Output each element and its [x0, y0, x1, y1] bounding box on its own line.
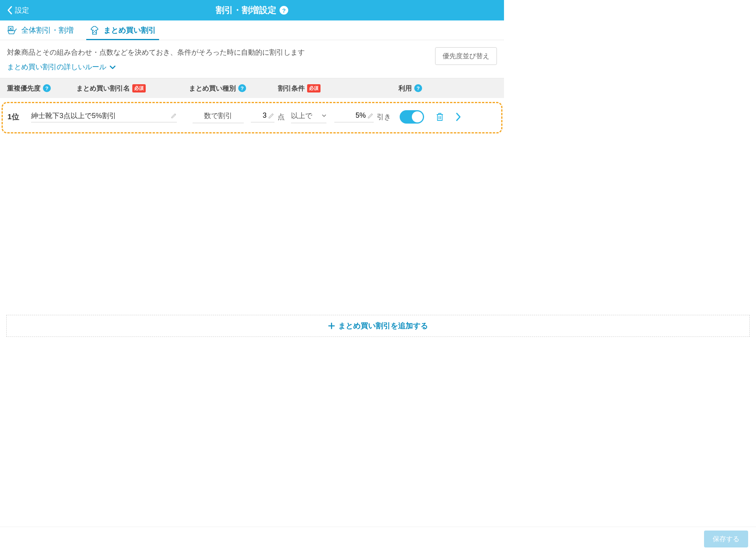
- pencil-icon: [367, 113, 374, 119]
- tab-bulk-discount[interactable]: まとめ買い割引: [89, 20, 156, 40]
- sort-priority-button[interactable]: 優先度並び替え: [435, 47, 497, 65]
- percent-input[interactable]: [348, 111, 366, 120]
- col-priority: 重複優先度 ?: [7, 84, 74, 93]
- description-area: 対象商品とその組み合わせ・点数などを決めておき、条件がそろった時に自動的に割引し…: [0, 40, 504, 78]
- cart-percent-icon: [7, 25, 17, 35]
- discount-name-field[interactable]: [31, 111, 177, 122]
- description-text: 対象商品とその組み合わせ・点数などを決めておき、条件がそろった時に自動的に割引し…: [7, 47, 305, 58]
- col-condition-label: 割引条件: [278, 84, 305, 93]
- help-icon[interactable]: ?: [43, 84, 51, 92]
- chevron-left-icon: [7, 6, 13, 15]
- plus-icon: [328, 322, 335, 329]
- col-use-label: 利用: [398, 84, 412, 93]
- app-header: 設定 割引・割増設定 ?: [0, 0, 504, 20]
- col-condition: 割引条件 必須: [278, 84, 396, 93]
- discount-row: 1位 数で割引 点 以上で 引き: [2, 102, 502, 133]
- chevron-down-icon: [109, 65, 116, 70]
- col-name: まとめ買い割引名 必須: [76, 84, 187, 93]
- tab-bulk-label: まとめ買い割引: [104, 25, 156, 35]
- help-icon[interactable]: ?: [238, 84, 246, 92]
- chevron-down-icon: [322, 114, 326, 118]
- trash-icon[interactable]: [435, 112, 445, 122]
- add-discount-button[interactable]: まとめ買い割引を追加する: [6, 315, 504, 337]
- chevron-right-icon[interactable]: [456, 113, 461, 121]
- col-name-label: まとめ買い割引名: [76, 84, 130, 93]
- pencil-icon: [171, 113, 177, 119]
- column-header-row: 重複優先度 ? まとめ買い割引名 必須 まとめ買い種別 ? 割引条件 必須 利用…: [0, 78, 504, 98]
- col-kind-label: まとめ買い種別: [189, 84, 236, 93]
- shirt-percent-icon: [89, 25, 100, 35]
- col-priority-label: 重複優先度: [7, 84, 41, 93]
- quantity-unit: 点: [278, 112, 285, 122]
- quantity-input[interactable]: [256, 111, 267, 120]
- rules-link[interactable]: まとめ買い割引の詳しいルール: [7, 62, 305, 72]
- svg-point-1: [93, 30, 94, 30]
- svg-rect-0: [8, 26, 13, 30]
- required-badge: 必須: [307, 84, 321, 92]
- page-title: 割引・割増設定 ?: [216, 4, 288, 16]
- back-label: 設定: [15, 6, 29, 15]
- pencil-icon: [268, 113, 274, 119]
- quantity-field[interactable]: [251, 111, 274, 122]
- condition-select[interactable]: 以上で: [291, 111, 326, 123]
- tab-overall-label: 全体割引・割増: [21, 25, 74, 35]
- enable-toggle[interactable]: [400, 110, 424, 124]
- discount-name-input[interactable]: [31, 111, 169, 120]
- back-button[interactable]: 設定: [0, 6, 36, 15]
- svg-point-2: [95, 32, 96, 33]
- rules-link-label: まとめ買い割引の詳しいルール: [7, 62, 106, 72]
- page-title-text: 割引・割増設定: [216, 4, 276, 16]
- col-kind: まとめ買い種別 ?: [189, 84, 276, 93]
- discount-kind-field[interactable]: 数で割引: [193, 111, 244, 123]
- tab-overall-discount[interactable]: 全体割引・割増: [7, 20, 74, 40]
- col-use: 利用 ?: [398, 84, 469, 93]
- add-discount-label: まとめ買い割引を追加する: [338, 321, 428, 331]
- help-icon[interactable]: ?: [280, 6, 288, 15]
- help-icon[interactable]: ?: [414, 84, 422, 92]
- percent-field[interactable]: [334, 111, 374, 122]
- required-badge: 必須: [132, 84, 146, 92]
- condition-select-label: 以上で: [291, 111, 312, 120]
- tab-bar: 全体割引・割増 まとめ買い割引: [0, 20, 504, 40]
- row-rank: 1位: [7, 112, 31, 122]
- percent-suffix: 引き: [377, 112, 391, 122]
